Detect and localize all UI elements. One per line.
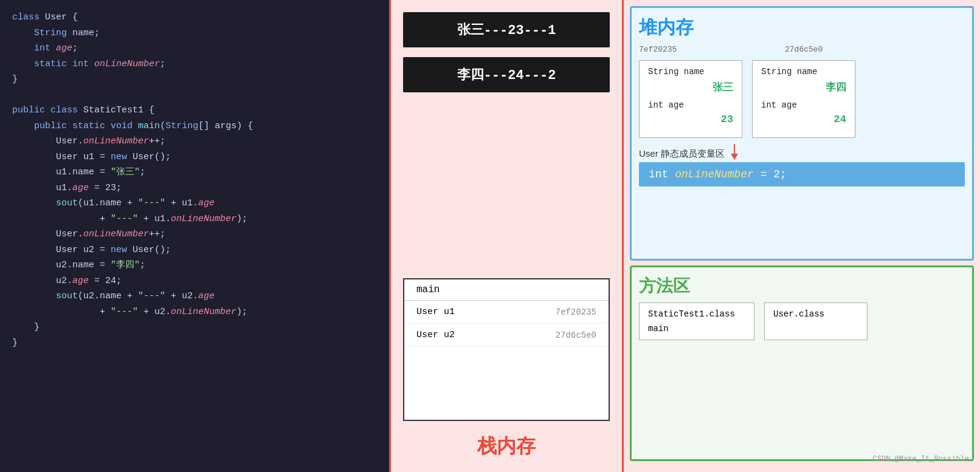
heap-obj2-field2: int age [761,100,846,110]
code-panel: class User { String name; int age; stati… [0,0,389,472]
right-panel: 堆内存 7ef20235 27d6c5e0 String name 张三 int… [624,0,980,472]
code-line-10: u1.name = "张三"; [12,165,377,180]
method-title: 方法区 [639,275,965,298]
code-line-2: String name; [12,26,377,41]
code-line-14: User.onLineNumber++; [12,227,377,242]
heap-obj1-addr: 7ef20235 [639,45,748,54]
stack-u2-label: User u2 [416,330,455,340]
output-line2: 李四---24---2 [403,57,610,92]
code-line-11: u1.age = 23; [12,180,377,196]
code-line-1: class User { [12,10,377,26]
output-line1: 张三---23---1 [403,12,610,47]
heap-addr-row: 7ef20235 27d6c5e0 [639,45,965,56]
method-class1-method: main [648,324,745,333]
heap-obj1-field1: String name [648,67,733,77]
method-class1-label: StaticTest1.class [648,309,745,319]
stack-u1-label: User u1 [416,307,455,317]
heap-obj1-val1: 张三 [648,80,733,94]
stack-main-label: main [404,279,609,301]
heap-objects: String name 张三 int age 23 String name 李四… [639,60,965,138]
code-line-17: u2.age = 24; [12,273,377,289]
stack-box: main User u1 7ef20235 User u2 27d6c5e0 [403,278,610,421]
method-obj-statictest1: StaticTest1.class main [639,303,754,340]
watermark: CSDN @Make_It_Possible [873,455,969,463]
code-line-20: } [12,320,377,335]
method-obj-user: User.class [764,303,868,340]
stack-title: 栈内存 [477,433,536,460]
code-line-19: + "---" + u2.onLineNumber); [12,304,377,320]
code-line-7: public static void main(String[] args) { [12,118,377,134]
heap-obj2: String name 李四 int age 24 [752,60,855,138]
code-line-8: User.onLineNumber++; [12,134,377,149]
code-line-18: sout(u2.name + "---" + u2.age [12,289,377,304]
method-section: 方法区 StaticTest1.class main User.class [630,265,974,461]
static-box: int onLineNumber = 2; [639,162,965,186]
code-line-12: sout(u1.name + "---" + u1.age [12,196,377,211]
heap-obj1: String name 张三 int age 23 [639,60,742,138]
middle-panel: 张三---23---1 李四---24---2 main User u1 7ef… [391,0,622,472]
heap-title: 堆内存 [639,15,965,40]
heap-obj1-val2: 23 [648,114,733,125]
code-line-6: public class StaticTest1 { [12,103,377,118]
heap-obj2-addr: 27d6c5e0 [785,45,894,54]
code-line-15: User u2 = new User(); [12,242,377,258]
method-objects: StaticTest1.class main User.class [639,303,965,340]
heap-section: 堆内存 7ef20235 27d6c5e0 String name 张三 int… [630,6,974,261]
heap-obj2-val1: 李四 [761,80,846,94]
static-area-label: User 静态成员变量区 [639,148,725,160]
code-line-4: static int onLineNumber; [12,56,377,72]
code-line-21: } [12,335,377,351]
heap-obj1-field2: int age [648,100,733,110]
code-line-16: u2.name = "李四"; [12,258,377,273]
stack-u2-addr: 27d6c5e0 [556,330,596,340]
heap-obj2-val2: 24 [761,114,846,125]
stack-u1-row: User u1 7ef20235 [404,301,609,324]
static-content-label: onLineNumber [675,168,754,180]
code-line-3: int age; [12,41,377,56]
code-line-9: User u1 = new User(); [12,149,377,165]
code-line-5: } [12,72,377,87]
stack-u2-row: User u2 27d6c5e0 [404,324,609,347]
method-class2-label: User.class [773,309,858,319]
stack-u1-addr: 7ef20235 [556,307,596,317]
heap-obj2-field1: String name [761,67,846,77]
code-line-13: + "---" + u1.onLineNumber); [12,211,377,227]
